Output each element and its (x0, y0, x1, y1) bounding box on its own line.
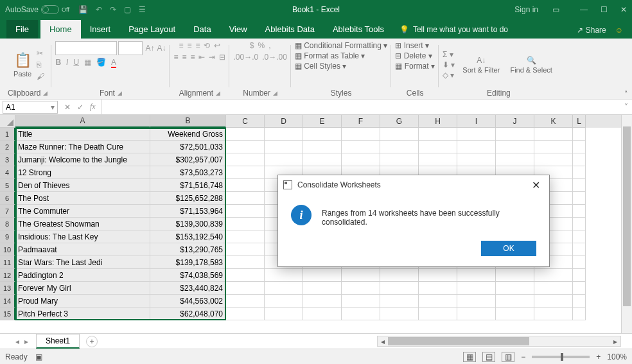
cell[interactable]: $71,153,964 (150, 205, 226, 218)
cell[interactable] (226, 141, 265, 153)
column-header[interactable]: G (380, 115, 419, 128)
align-bottom-icon[interactable]: ≡ (195, 41, 200, 50)
maximize-icon[interactable]: ☐ (601, 5, 608, 14)
cell[interactable] (265, 295, 303, 308)
cell[interactable]: $71,516,748 (150, 179, 226, 192)
cell[interactable] (573, 295, 586, 308)
tell-me[interactable]: 💡 Tell me what you want to do (399, 21, 508, 39)
fill-icon[interactable]: ⬇ ▾ (443, 60, 455, 69)
align-right-icon[interactable]: ≡ (190, 53, 195, 62)
cell[interactable]: The Commuter (15, 205, 150, 218)
cell[interactable]: The Post (15, 192, 150, 205)
row-header[interactable]: 11 (0, 256, 15, 269)
cell[interactable] (303, 128, 342, 141)
cell[interactable] (303, 153, 342, 166)
sort-filter-button[interactable]: A↓ Sort & Filter (460, 55, 502, 75)
macro-icon[interactable]: ▣ (35, 352, 42, 361)
italic-icon[interactable]: I (66, 58, 68, 67)
merge-icon[interactable]: ⊟ (219, 53, 225, 62)
cell[interactable] (342, 295, 380, 308)
cell[interactable]: $125,652,288 (150, 192, 226, 205)
find-select-button[interactable]: 🔍 Find & Select (507, 55, 554, 75)
cell[interactable]: Jumanji: Welcome to the Jungle (15, 153, 150, 166)
cell[interactable] (534, 295, 573, 308)
cell[interactable] (573, 153, 586, 166)
cell[interactable] (573, 166, 586, 179)
cell[interactable] (265, 269, 303, 282)
cell[interactable] (496, 295, 534, 308)
row-header[interactable]: 6 (0, 192, 15, 205)
cell[interactable] (419, 128, 457, 141)
save-icon[interactable]: 💾 (78, 5, 88, 14)
cell[interactable] (342, 269, 380, 282)
clear-icon[interactable]: ◇ ▾ (443, 71, 455, 80)
cell[interactable] (496, 141, 534, 153)
formula-input[interactable] (101, 100, 620, 114)
cell[interactable] (534, 308, 573, 320)
cell[interactable] (303, 141, 342, 153)
cell[interactable] (342, 128, 380, 141)
cell[interactable]: 12 Strong (15, 166, 150, 179)
cell[interactable]: Star Wars: The Last Jedi (15, 256, 150, 269)
cell[interactable] (380, 308, 419, 320)
row-header[interactable]: 10 (0, 243, 15, 256)
zoom-level[interactable]: 100% (607, 352, 627, 361)
cell[interactable] (226, 295, 265, 308)
cell[interactable] (380, 153, 419, 166)
smiley-icon[interactable]: ☺ (615, 26, 623, 35)
cell[interactable] (342, 282, 380, 295)
cell[interactable] (573, 256, 586, 269)
cell[interactable]: Title (15, 128, 150, 141)
cell[interactable]: Maze Runner: The Death Cure (15, 141, 150, 153)
cell[interactable]: $73,503,273 (150, 166, 226, 179)
sheet-nav-prev-icon[interactable]: ◂ (13, 337, 22, 346)
column-header[interactable]: J (496, 115, 534, 128)
cell[interactable] (573, 269, 586, 282)
column-header[interactable]: K (534, 115, 573, 128)
format-painter-icon[interactable]: 🖌 (37, 72, 44, 81)
row-header[interactable]: 13 (0, 282, 15, 295)
currency-icon[interactable]: $ (250, 41, 254, 50)
cell[interactable] (573, 308, 586, 320)
cell[interactable] (342, 153, 380, 166)
cell[interactable] (534, 141, 573, 153)
launcher-icon[interactable]: ◢ (216, 90, 220, 96)
ok-button[interactable]: OK (481, 241, 536, 256)
cell[interactable] (303, 282, 342, 295)
cell[interactable]: $302,957,007 (150, 153, 226, 166)
row-header[interactable]: 3 (0, 153, 15, 166)
launcher-icon[interactable]: ◢ (273, 90, 277, 96)
minimize-icon[interactable]: — (580, 5, 588, 14)
column-header[interactable]: I (457, 115, 496, 128)
autosum-icon[interactable]: Σ ▾ (443, 50, 455, 59)
cell[interactable] (380, 141, 419, 153)
close-icon[interactable]: ✕ (620, 5, 627, 14)
cell[interactable] (303, 308, 342, 320)
redo-icon[interactable]: ↷ (110, 5, 116, 14)
cell[interactable] (573, 141, 586, 153)
launcher-icon[interactable]: ◢ (43, 90, 48, 96)
cell[interactable]: $139,300,839 (150, 218, 226, 230)
bold-icon[interactable]: B (55, 58, 61, 67)
cell[interactable]: Weekend Gross (150, 128, 226, 141)
cell[interactable] (496, 153, 534, 166)
cell[interactable] (573, 128, 586, 141)
cell[interactable] (573, 192, 586, 205)
cut-icon[interactable]: ✂ (37, 49, 44, 58)
cell[interactable]: Pitch Perfect 3 (15, 308, 150, 320)
row-header[interactable]: 2 (0, 141, 15, 153)
cell[interactable]: The Greatest Showman (15, 218, 150, 230)
vertical-scrollbar[interactable] (621, 115, 632, 333)
collapse-ribbon-icon[interactable]: ˄ (624, 90, 628, 98)
column-header[interactable]: F (342, 115, 380, 128)
row-header[interactable]: 1 (0, 128, 15, 141)
cell[interactable]: Proud Mary (15, 295, 150, 308)
cell[interactable] (226, 308, 265, 320)
cell[interactable]: Insidious: The Last Key (15, 230, 150, 243)
new-icon[interactable]: ▢ (124, 5, 131, 14)
cell[interactable] (226, 243, 265, 256)
row-header[interactable]: 4 (0, 166, 15, 179)
cell[interactable] (226, 269, 265, 282)
cell[interactable]: $153,192,540 (150, 230, 226, 243)
cell[interactable] (573, 282, 586, 295)
